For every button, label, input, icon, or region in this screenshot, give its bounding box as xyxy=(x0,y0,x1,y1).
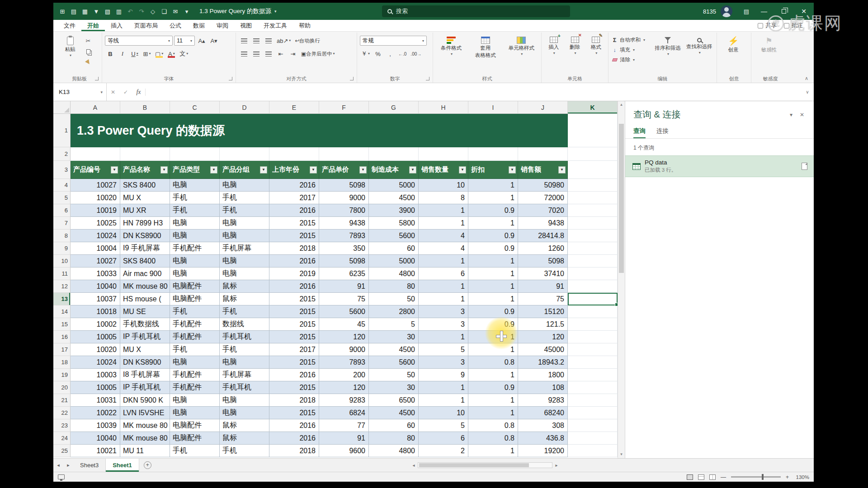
cell-I2[interactable] xyxy=(468,147,518,161)
cell-C23[interactable]: 电脑配件 xyxy=(170,419,220,432)
column-header-K[interactable]: K xyxy=(568,101,618,114)
cell-G18[interactable]: 5600 xyxy=(369,356,419,369)
cell-C16[interactable]: 手机配件 xyxy=(170,331,220,343)
cell-C25[interactable]: 手机 xyxy=(170,445,220,457)
pane-close-icon[interactable]: ✕ xyxy=(797,112,807,118)
row-header-9[interactable]: 9 xyxy=(53,242,71,255)
tab-connections[interactable]: 连接 xyxy=(656,127,669,138)
cell-D16[interactable]: 手机耳机 xyxy=(220,331,269,343)
cell-G19[interactable]: 50 xyxy=(369,369,419,381)
row-header-8[interactable]: 8 xyxy=(53,230,71,242)
workbook-title[interactable]: 1.3 Power Query 的数据源 ▾ xyxy=(199,7,277,15)
cell-C7[interactable]: 电脑 xyxy=(170,217,220,230)
query-peek-icon[interactable] xyxy=(802,163,807,170)
cell-H17[interactable]: 5 xyxy=(419,343,468,356)
sheet-nav-right-icon[interactable]: ▸ xyxy=(63,462,73,468)
cell-H21[interactable]: 1 xyxy=(419,394,468,407)
cell-I21[interactable]: 1 xyxy=(468,394,518,407)
borders-button[interactable]: ⊞▾ xyxy=(142,49,152,59)
format-as-table-button[interactable]: 套用 表格格式 xyxy=(469,33,502,75)
cell-J8[interactable]: 28414.8 xyxy=(518,230,568,242)
filter-button[interactable]: ▼ xyxy=(310,166,317,174)
row-header-15[interactable]: 15 xyxy=(53,318,71,331)
cell-G13[interactable]: 50 xyxy=(369,293,419,305)
fill-button[interactable]: ↓填充▾ xyxy=(611,46,651,54)
rows-icon[interactable]: ▤ xyxy=(68,5,79,17)
cell-K15[interactable] xyxy=(568,318,618,331)
cell-I9[interactable]: 0.9 xyxy=(468,242,518,255)
cell-K8[interactable] xyxy=(568,230,618,242)
cell-D21[interactable]: 电脑 xyxy=(220,394,269,407)
comments-button[interactable]: 批注 xyxy=(784,22,803,29)
sort-filter-button[interactable]: 排序和筛选▾ xyxy=(653,33,683,75)
cell-G4[interactable]: 5000 xyxy=(369,179,419,192)
cell-F2[interactable] xyxy=(319,147,369,161)
accounting-format-button[interactable]: ￥▾ xyxy=(360,49,371,59)
header-cell-E[interactable]: 上市年份▼ xyxy=(269,161,319,179)
row-header-13[interactable]: 13 xyxy=(53,293,71,305)
cell-A6[interactable]: 10019 xyxy=(71,204,120,217)
column-header-G[interactable]: G xyxy=(369,101,419,114)
cell-H14[interactable]: 3 xyxy=(419,305,468,318)
cut-button[interactable]: ✂ xyxy=(83,36,94,45)
cell-E24[interactable]: 2016 xyxy=(269,432,319,445)
redo-icon[interactable]: ↷ xyxy=(136,5,147,17)
zoom-slider-thumb[interactable] xyxy=(762,474,764,480)
cell-D11[interactable]: 电脑 xyxy=(220,267,269,280)
cell-F19[interactable]: 200 xyxy=(319,369,369,381)
cell-C2[interactable] xyxy=(170,147,220,161)
cell-B19[interactable]: I8 手机屏幕 xyxy=(120,369,170,381)
row-header-2[interactable]: 2 xyxy=(53,147,71,161)
cell-A4[interactable]: 10027 xyxy=(71,179,120,192)
cell-J4[interactable]: 50980 xyxy=(518,179,568,192)
cell-B15[interactable]: 手机数据线 xyxy=(120,318,170,331)
cell-E8[interactable]: 2015 xyxy=(269,230,319,242)
cell-J2[interactable] xyxy=(518,147,568,161)
row-header-19[interactable]: 19 xyxy=(53,369,71,381)
cell-B14[interactable]: MU SE xyxy=(120,305,170,318)
cell-I7[interactable]: 1 xyxy=(468,217,518,230)
cell-D14[interactable]: 手机 xyxy=(220,305,269,318)
cell-C13[interactable]: 电脑配件 xyxy=(170,293,220,305)
cell-H16[interactable]: 1 xyxy=(419,331,468,343)
cell-C8[interactable]: 电脑 xyxy=(170,230,220,242)
cell-J17[interactable]: 45000 xyxy=(518,343,568,356)
search-box[interactable]: 搜索 xyxy=(382,5,570,17)
row-header-6[interactable]: 6 xyxy=(53,204,71,217)
shape-icon[interactable]: ◇ xyxy=(147,5,158,17)
cell-D2[interactable] xyxy=(220,147,269,161)
font-size-select[interactable]: 11▾ xyxy=(174,36,195,46)
cell-D7[interactable]: 电脑 xyxy=(220,217,269,230)
cell-J16[interactable]: 120 xyxy=(518,331,568,343)
name-box[interactable]: K13▾ xyxy=(53,83,107,101)
cell-D9[interactable]: 手机屏幕 xyxy=(220,242,269,255)
close-button[interactable]: ✕ xyxy=(794,3,814,20)
cell-D12[interactable]: 鼠标 xyxy=(220,280,269,293)
cell-I19[interactable]: 1 xyxy=(468,369,518,381)
cell-C4[interactable]: 电脑 xyxy=(170,179,220,192)
cell-H11[interactable]: 6 xyxy=(419,267,468,280)
cell-E2[interactable] xyxy=(269,147,319,161)
cell-styles-button[interactable]: 单元格样式 ▾ xyxy=(504,33,538,75)
filter-button[interactable]: ▼ xyxy=(160,166,168,174)
cell-A22[interactable]: 10022 xyxy=(71,407,120,419)
cell-K24[interactable] xyxy=(568,432,618,445)
middle-align-button[interactable] xyxy=(251,36,262,46)
cell-F14[interactable]: 5600 xyxy=(319,305,369,318)
tab-开始[interactable]: 开始 xyxy=(81,20,105,31)
cell-E16[interactable]: 2015 xyxy=(269,331,319,343)
cell-A21[interactable]: 10031 xyxy=(71,394,120,407)
header-cell-I[interactable]: 折扣▼ xyxy=(468,161,518,179)
cell-D13[interactable]: 鼠标 xyxy=(220,293,269,305)
cell-J10[interactable]: 5098 xyxy=(518,255,568,267)
phonetic-guide-button[interactable]: 文▾ xyxy=(178,49,189,59)
cell-D5[interactable]: 手机 xyxy=(220,192,269,204)
qat-customize-icon[interactable]: ▾ xyxy=(181,5,192,17)
align-center-button[interactable] xyxy=(251,49,262,59)
cell-B24[interactable]: MK mouse 80 xyxy=(120,432,170,445)
cell-C18[interactable]: 电脑 xyxy=(170,356,220,369)
column-header-D[interactable]: D xyxy=(220,101,269,114)
cell-A2[interactable] xyxy=(71,147,120,161)
cell-G17[interactable]: 4500 xyxy=(369,343,419,356)
cell-C6[interactable]: 手机 xyxy=(170,204,220,217)
